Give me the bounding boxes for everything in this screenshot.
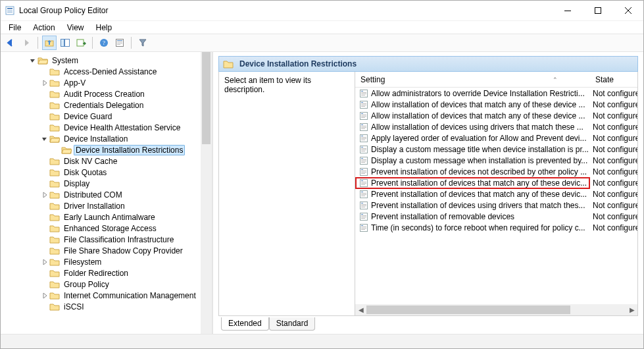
folder-icon (49, 291, 60, 300)
filter-button[interactable] (136, 36, 150, 50)
tree-item-device-installation-restrictions[interactable]: Device Installation Restrictions (1, 144, 212, 155)
chevron-right-icon[interactable] (40, 257, 49, 267)
tab-extended[interactable]: Extended (221, 317, 269, 331)
settings-row[interactable]: Prevent installation of devices that mat… (355, 177, 637, 188)
folder-icon (49, 190, 60, 200)
folder-icon (49, 302, 60, 311)
setting-name-cell: Prevent installation of removable device… (355, 212, 590, 221)
tree-item-disk-quotas[interactable]: Disk Quotas (1, 167, 212, 178)
svg-rect-48 (361, 151, 365, 151)
settings-row[interactable]: Display a custom message when installati… (355, 155, 637, 166)
scrollbar-thumb[interactable] (366, 306, 570, 314)
maximize-button[interactable] (583, 1, 613, 20)
settings-row[interactable]: Prevent installation of devices that mat… (355, 188, 637, 200)
tree-item-group-policy[interactable]: Group Policy (1, 279, 212, 290)
settings-row[interactable]: Allow installation of devices that match… (355, 99, 637, 110)
minimize-button[interactable] (553, 1, 583, 20)
properties-button[interactable] (112, 36, 127, 50)
settings-row[interactable]: Allow installation of devices using driv… (355, 121, 637, 132)
help-button[interactable]: ? (97, 36, 111, 50)
tree-item-driver-installation[interactable]: Driver Installation (1, 200, 212, 211)
svg-rect-50 (361, 158, 363, 159)
settings-row[interactable]: Allow administrators to override Device … (355, 88, 637, 99)
settings-row[interactable]: Prevent installation of removable device… (355, 211, 637, 222)
chevron-right-icon[interactable] (40, 78, 49, 88)
export-list-button[interactable] (74, 36, 88, 50)
tree-scroll: SystemAccess-Denied AssistanceApp-VAudit… (1, 52, 212, 334)
folder-icon (49, 90, 60, 99)
setting-state-cell: Not configured (590, 134, 637, 143)
scroll-track[interactable] (366, 304, 626, 315)
menu-action[interactable]: Action (28, 22, 60, 34)
tree-item-file-share-shadow-copy-provider[interactable]: File Share Shadow Copy Provider (1, 245, 212, 256)
tree-item-device-health-attestation-service[interactable]: Device Health Attestation Service (1, 122, 212, 133)
scrollbar-thumb[interactable] (202, 52, 211, 144)
tab-standard[interactable]: Standard (269, 317, 316, 331)
tree-item-credentials-delegation[interactable]: Credentials Delegation (1, 99, 212, 111)
tree-item-access-denied-assistance[interactable]: Access-Denied Assistance (1, 66, 212, 77)
show-hide-tree-button[interactable] (58, 36, 72, 50)
tree-item-folder-redirection[interactable]: Folder Redirection (1, 267, 212, 279)
back-button[interactable] (3, 36, 18, 50)
folder-open-icon (37, 56, 48, 65)
list-horizontal-scrollbar[interactable]: ◀ ▶ (355, 304, 637, 315)
tree-item-iscsi[interactable]: iSCSI (1, 301, 212, 312)
svg-rect-57 (361, 172, 366, 173)
setting-state-cell: Not configured (590, 223, 637, 232)
chevron-right-icon[interactable] (40, 291, 49, 300)
tree-item-system[interactable]: System (1, 55, 212, 66)
settings-row[interactable]: Time (in seconds) to force reboot when r… (355, 222, 637, 233)
tree-item-audit-process-creation[interactable]: Audit Process Creation (1, 88, 212, 99)
menu-file[interactable]: File (3, 22, 26, 34)
scroll-left-icon[interactable]: ◀ (355, 304, 366, 315)
forward-button[interactable] (19, 36, 34, 50)
up-one-level-button[interactable] (42, 36, 57, 50)
settings-row[interactable]: Display a custom message title when devi… (355, 144, 637, 155)
tree-item-filesystem[interactable]: Filesystem (1, 256, 212, 267)
settings-row[interactable]: Prevent installation of devices not desc… (355, 166, 637, 177)
menu-view[interactable]: View (62, 22, 89, 34)
chevron-down-icon[interactable] (28, 56, 37, 65)
setting-name-cell: Allow installation of devices using driv… (355, 122, 590, 132)
split-view: Select an item to view its description. … (218, 72, 638, 316)
tree-item-app-v[interactable]: App-V (1, 77, 212, 88)
svg-rect-63 (361, 184, 365, 185)
settings-row[interactable]: Apply layered order of evaluation for Al… (355, 132, 637, 144)
svg-rect-52 (361, 161, 366, 161)
twisty-placeholder (40, 246, 49, 255)
scroll-right-icon[interactable]: ▶ (626, 304, 637, 315)
tree-item-device-installation[interactable]: Device Installation (1, 133, 212, 144)
chevron-down-icon[interactable] (40, 134, 49, 144)
column-header-state[interactable]: State (590, 72, 637, 87)
tree-item-device-guard[interactable]: Device Guard (1, 111, 212, 122)
tree-item-display[interactable]: Display (1, 178, 212, 189)
setting-name-cell: Prevent installation of devices that mat… (355, 177, 590, 189)
settings-rows: Allow administrators to override Device … (355, 88, 637, 233)
svg-rect-36 (361, 126, 366, 126)
menu-help[interactable]: Help (91, 22, 118, 34)
tree-item-label: Audit Process Creation (62, 90, 147, 99)
tree-item-disk-nv-cache[interactable]: Disk NV Cache (1, 155, 212, 167)
svg-rect-71 (361, 204, 366, 205)
close-button[interactable] (613, 1, 643, 20)
tree-item-file-classification-infrastructure[interactable]: File Classification Infrastructure (1, 234, 212, 245)
chevron-right-icon[interactable] (40, 190, 49, 200)
svg-rect-67 (361, 194, 366, 195)
svg-rect-73 (361, 207, 365, 207)
tree-vertical-scrollbar[interactable] (201, 52, 212, 334)
tree-item-label: Internet Communication Management (62, 291, 198, 300)
tree-item-internet-communication-management[interactable]: Internet Communication Management (1, 290, 212, 301)
folder-icon (49, 201, 60, 211)
policy-setting-icon (359, 111, 368, 121)
tree-item-early-launch-antimalware[interactable]: Early Launch Antimalware (1, 211, 212, 223)
setting-name-text: Display a custom message title when devi… (371, 145, 589, 154)
tree-item-enhanced-storage-access[interactable]: Enhanced Storage Access (1, 223, 212, 234)
toolbar: ? (1, 34, 643, 52)
policy-setting-icon (359, 100, 368, 109)
settings-row[interactable]: Allow installation of devices that match… (355, 110, 637, 121)
column-header-setting[interactable]: Setting ⌃ (355, 72, 590, 87)
settings-row[interactable]: Prevent installation of devices using dr… (355, 200, 637, 211)
setting-state-cell: Not configured (590, 212, 637, 221)
tree-item-label: File Share Shadow Copy Provider (62, 246, 185, 255)
tree-item-distributed-com[interactable]: Distributed COM (1, 189, 212, 200)
